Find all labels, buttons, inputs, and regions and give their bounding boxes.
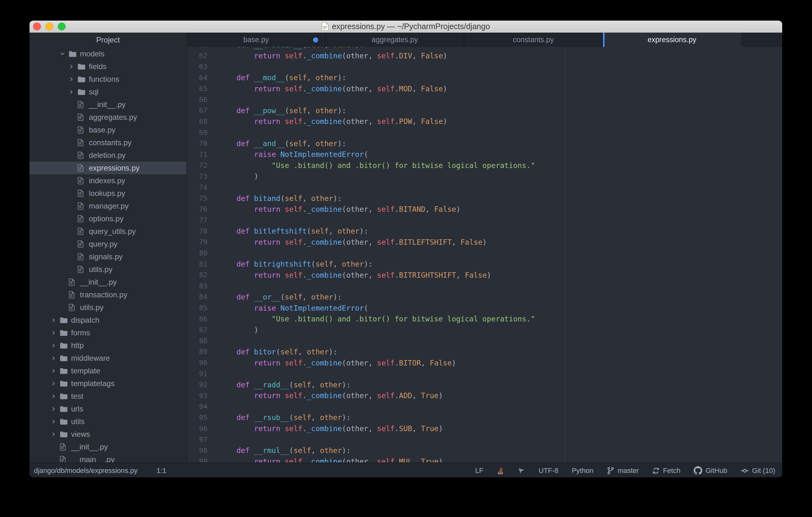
tree-item-query_utils.py[interactable]: query_utils.py bbox=[29, 225, 186, 238]
tree-item-functions[interactable]: functions bbox=[29, 73, 186, 86]
traffic-lights bbox=[29, 23, 66, 30]
tree-item-utils.py[interactable]: utils.py bbox=[29, 301, 186, 314]
file-icon bbox=[78, 202, 84, 210]
tree-item-lookups.py[interactable]: lookups.py bbox=[29, 187, 186, 200]
document-icon bbox=[322, 22, 328, 31]
tree-item-manager.py[interactable]: manager.py bbox=[29, 200, 186, 212]
tree-item-label: query.py bbox=[89, 240, 117, 248]
status-item-stackoverflow[interactable] bbox=[497, 466, 504, 475]
code-line-73: 73 ) bbox=[187, 171, 782, 182]
tree-item-template[interactable]: template bbox=[29, 365, 186, 377]
close-button[interactable] bbox=[33, 23, 41, 30]
tree-item-indexes.py[interactable]: indexes.py bbox=[29, 174, 186, 187]
tree-item-signals.py[interactable]: signals.py bbox=[29, 250, 186, 263]
tree-item-label: test bbox=[71, 392, 83, 401]
line-number: 65 bbox=[187, 85, 207, 93]
status-item-label: master bbox=[617, 466, 639, 475]
main-content: modelsfieldsfunctionssql__init__.pyaggre… bbox=[29, 47, 782, 462]
status-item-git-fetch[interactable]: Fetch bbox=[652, 466, 680, 475]
chevron-right-icon[interactable] bbox=[51, 318, 60, 323]
tab-constants.py[interactable]: constants.py bbox=[464, 33, 603, 47]
tree-item-label: functions bbox=[89, 75, 119, 84]
tree-item-views[interactable]: views bbox=[29, 428, 186, 440]
code-line-64: 64 def __mod__(self, other): bbox=[187, 72, 782, 83]
chevron-right-icon[interactable] bbox=[51, 432, 60, 436]
code-line-87: 87 ) bbox=[187, 324, 782, 335]
tree-item-urls[interactable]: urls bbox=[29, 402, 186, 415]
chevron-down-icon[interactable] bbox=[60, 52, 68, 56]
tree-item-middleware[interactable]: middleware bbox=[29, 352, 186, 365]
chevron-right-icon[interactable] bbox=[69, 64, 78, 69]
zoom-button[interactable] bbox=[58, 23, 66, 30]
tree-item-__init__.py[interactable]: __init__.py bbox=[29, 276, 186, 288]
code-line-text: return self._combine(other, self.ADD, Tr… bbox=[219, 392, 443, 400]
tree-item-expressions.py[interactable]: expressions.py bbox=[29, 162, 186, 174]
tree-item-fields[interactable]: fields bbox=[29, 60, 186, 73]
tab-base.py[interactable]: base.py bbox=[187, 33, 326, 47]
chevron-right-icon[interactable] bbox=[51, 369, 60, 373]
chevron-right-icon[interactable] bbox=[51, 381, 60, 386]
chevron-right-icon[interactable] bbox=[51, 407, 60, 411]
tree-item-http[interactable]: http bbox=[29, 339, 186, 352]
chevron-right-icon[interactable] bbox=[69, 90, 78, 94]
tab-expressions.py[interactable]: expressions.py bbox=[603, 33, 741, 47]
tree-item-__init__.py[interactable]: __init__.py bbox=[29, 98, 186, 111]
tree-item-constants.py[interactable]: constants.py bbox=[29, 136, 186, 149]
tree-item-label: transaction.py bbox=[80, 291, 127, 299]
folder-icon bbox=[68, 51, 77, 57]
code-line-61: 61 def __truediv__(self, other): bbox=[187, 47, 782, 51]
app-window: expressions.py — ~/PycharmProjects/djang… bbox=[29, 21, 782, 477]
minimize-button[interactable] bbox=[46, 23, 53, 30]
code-line-84: 84 def __or__(self, other): bbox=[187, 292, 782, 303]
chevron-right-icon[interactable] bbox=[51, 394, 60, 398]
chevron-right-icon[interactable] bbox=[51, 331, 60, 335]
tab-label: expressions.py bbox=[648, 35, 696, 44]
status-item-line-endings[interactable]: LF bbox=[475, 466, 484, 475]
sync-icon bbox=[652, 466, 660, 475]
status-item-plugin[interactable] bbox=[518, 466, 525, 475]
status-item-git-branch[interactable]: master bbox=[607, 466, 639, 475]
status-item-label: LF bbox=[475, 466, 484, 475]
code-line-text: def __radd__(self, other): bbox=[219, 381, 350, 389]
tree-item-label: utils bbox=[71, 417, 85, 426]
chevron-right-icon[interactable] bbox=[51, 419, 60, 424]
code-line-text: def __pow__(self, other): bbox=[219, 107, 346, 115]
folder-icon bbox=[78, 76, 86, 83]
tree-item-label: dispatch bbox=[71, 316, 99, 325]
tree-item-__init__.py[interactable]: __init__.py bbox=[29, 440, 186, 453]
chevron-right-icon[interactable] bbox=[51, 343, 60, 348]
tree-item-transaction.py[interactable]: transaction.py bbox=[29, 288, 186, 301]
tree-item-options.py[interactable]: options.py bbox=[29, 212, 186, 225]
folder-icon bbox=[78, 63, 86, 70]
tree-item-__main__.py[interactable]: __main__.py bbox=[29, 453, 186, 462]
tree-item-utils[interactable]: utils bbox=[29, 415, 186, 428]
line-number: 70 bbox=[187, 140, 207, 147]
code-line-78: 78 def bitleftshift(self, other): bbox=[187, 226, 782, 237]
editor-pane[interactable]: 61 def __truediv__(self, other):62 retur… bbox=[187, 47, 782, 462]
tree-item-sql[interactable]: sql bbox=[29, 86, 186, 98]
status-item-git-status[interactable]: Git (10) bbox=[741, 466, 775, 475]
chevron-right-icon[interactable] bbox=[69, 77, 78, 82]
tab-aggregates.py[interactable]: aggregates.py bbox=[326, 33, 464, 47]
tree-item-dispatch[interactable]: dispatch bbox=[29, 314, 186, 327]
code-line-text: return self._combine(other, self.BITLEFT… bbox=[219, 238, 487, 246]
tree-item-aggregates.py[interactable]: aggregates.py bbox=[29, 111, 186, 124]
tree-item-models[interactable]: models bbox=[29, 48, 186, 60]
tab-label: aggregates.py bbox=[372, 35, 418, 44]
tree-item-templatetags[interactable]: templatetags bbox=[29, 377, 186, 390]
code-line-81: 81 def bitrightshift(self, other): bbox=[187, 258, 782, 270]
code-line-text: def bitand(self, other): bbox=[219, 194, 342, 203]
tree-item-test[interactable]: test bbox=[29, 390, 186, 402]
status-item-syntax[interactable]: Python bbox=[572, 466, 593, 475]
tree-item-base.py[interactable]: base.py bbox=[29, 124, 186, 136]
code-line-76: 76 return self._combine(other, self.BITA… bbox=[187, 204, 782, 215]
code-line-text: return self._combine(other, self.POW, Fa… bbox=[219, 117, 447, 125]
chevron-right-icon[interactable] bbox=[51, 356, 60, 360]
status-item-github[interactable]: GitHub bbox=[694, 466, 727, 475]
status-item-encoding[interactable]: UTF-8 bbox=[539, 466, 558, 475]
tree-item-deletion.py[interactable]: deletion.py bbox=[29, 149, 186, 162]
folder-icon bbox=[60, 342, 68, 349]
tree-item-forms[interactable]: forms bbox=[29, 327, 186, 339]
tree-item-query.py[interactable]: query.py bbox=[29, 238, 186, 250]
tree-item-utils.py[interactable]: utils.py bbox=[29, 263, 186, 276]
